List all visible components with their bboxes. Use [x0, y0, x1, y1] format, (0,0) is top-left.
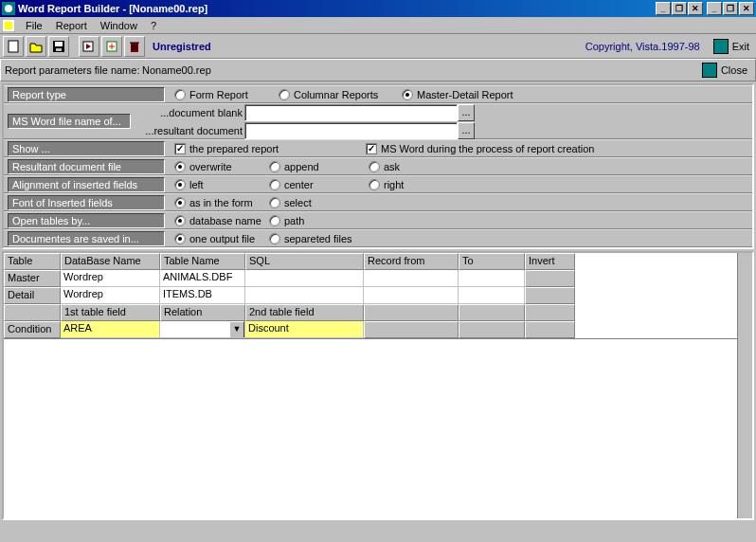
radio-right[interactable]: right — [369, 179, 404, 190]
svg-rect-3 — [5, 22, 12, 29]
font-label: Font of Inserted fields — [8, 195, 165, 210]
svg-rect-4 — [9, 41, 18, 52]
chevron-down-icon[interactable]: ▼ — [229, 321, 244, 338]
row-resultant: Resultant document file overwrite append… — [4, 157, 752, 175]
toolbar: Unregistred Copyright, Vista.1997-98 Exi… — [0, 34, 756, 59]
docsave-label: Documentes are saved in... — [8, 231, 165, 246]
svg-rect-7 — [56, 48, 62, 51]
col-to: To — [459, 253, 525, 270]
menu-window[interactable]: Window — [94, 19, 144, 32]
row-show: Show ... ✓the prepared report ✓MS Word d… — [4, 139, 752, 157]
close-icon — [702, 63, 717, 78]
new-button[interactable] — [3, 36, 24, 57]
doc-blank-input[interactable] — [244, 104, 458, 121]
export-button[interactable] — [101, 36, 122, 57]
radio-ask[interactable]: ask — [369, 161, 400, 172]
radio-columnar[interactable]: Columnar Reports — [279, 89, 402, 100]
radio-master-detail[interactable]: Master-Detail Report — [402, 89, 513, 100]
exit-icon — [713, 39, 729, 54]
grid-header2-row: 1st table field Relation 2nd table field — [4, 304, 737, 321]
save-button[interactable] — [48, 36, 69, 57]
col-table: Table — [4, 253, 61, 270]
check-msword[interactable]: ✓MS Word during the process of report cr… — [366, 143, 594, 154]
row-font: Font of Inserted fields as in the form s… — [4, 193, 752, 211]
mdi-close-button[interactable]: ✕ — [688, 2, 703, 15]
minimize-button[interactable]: _ — [707, 2, 722, 15]
show-label: Show ... — [8, 141, 165, 156]
row-docsave: Documentes are saved in... one output fi… — [4, 229, 752, 247]
doc-blank-browse[interactable]: ... — [458, 104, 475, 121]
radio-select[interactable]: select — [269, 197, 312, 208]
row-word-file: MS Word file name of... ...document blan… — [4, 103, 752, 139]
close-button[interactable]: ✕ — [739, 2, 754, 15]
resultant-label: Resultant document file — [8, 159, 165, 174]
col-sql: SQL — [245, 253, 364, 270]
mdi-minimize-button[interactable]: _ — [656, 2, 671, 15]
doc-result-input[interactable] — [244, 122, 458, 139]
radio-append[interactable]: append — [269, 161, 369, 172]
form-zone: Report type Form Report Columnar Reports… — [2, 83, 754, 249]
params-value: Noname00.rep — [142, 64, 211, 76]
restore-button[interactable]: ❐ — [723, 2, 738, 15]
svg-rect-6 — [55, 42, 63, 46]
radio-path[interactable]: path — [269, 215, 304, 226]
grid-empty-area — [4, 338, 737, 518]
menu-file[interactable]: File — [19, 19, 49, 32]
menu-help[interactable]: ? — [144, 19, 163, 32]
mdi-restore-button[interactable]: ❐ — [672, 2, 687, 15]
alignment-label: Alignment of inserted fields — [8, 177, 165, 192]
col-invert: Invert — [525, 253, 575, 270]
open-label: Open tables by... — [8, 213, 165, 228]
radio-asin[interactable]: as in the form — [174, 197, 269, 208]
radio-form-report[interactable]: Form Report — [174, 89, 279, 100]
app-icon — [2, 2, 15, 15]
menubar: File Report Window ? — [0, 17, 756, 34]
grid-master-row[interactable]: Master Wordrep ANIMALS.DBF — [4, 270, 737, 287]
exit-button[interactable]: Exit — [710, 39, 753, 54]
outer-titlebar: Word Report Builder - [Noname00.rep] _ ❐… — [0, 0, 756, 17]
relation-dropdown[interactable]: ▼ = < <= > >= <> — [160, 321, 245, 338]
copyright-label: Copyright, Vista.1997-98 — [585, 41, 700, 52]
menu-report[interactable]: Report — [49, 19, 94, 32]
mdi-window-controls: _ ❐ ✕ — [656, 2, 703, 15]
grid: Table DataBase Name Table Name SQL Recor… — [2, 251, 754, 520]
word-file-label: MS Word file name of... — [8, 114, 131, 129]
col-recfrom: Record from — [364, 253, 459, 270]
svg-point-1 — [5, 5, 12, 12]
radio-center[interactable]: center — [269, 179, 369, 190]
status-label: Unregistred — [153, 41, 211, 52]
close-label: Close — [721, 64, 747, 76]
row-open: Open tables by... database name path — [4, 211, 752, 229]
radio-overwrite[interactable]: overwrite — [174, 161, 269, 172]
check-prepared[interactable]: ✓the prepared report — [174, 143, 366, 154]
open-button[interactable] — [26, 36, 46, 57]
row-report-type: Report type Form Report Columnar Reports… — [4, 85, 752, 103]
window-title: Word Report Builder - [Noname00.rep] — [18, 3, 207, 14]
radio-left[interactable]: left — [174, 179, 269, 190]
grid-header-row: Table DataBase Name Table Name SQL Recor… — [4, 253, 737, 270]
doc-result-label: ...resultant document — [131, 125, 244, 136]
grid-condition-row[interactable]: Condition AREA ▼ = < <= > >= <> Discount — [4, 321, 737, 338]
doc-result-browse[interactable]: ... — [458, 122, 475, 139]
grid-vscroll[interactable] — [737, 253, 752, 518]
row-alignment: Alignment of inserted fields left center… — [4, 175, 752, 193]
col-dbname: DataBase Name — [61, 253, 160, 270]
radio-sep[interactable]: separeted files — [269, 233, 352, 244]
report-type-label: Report type — [8, 87, 165, 102]
params-label: Report parameters file name: — [5, 64, 142, 76]
col-tname: Table Name — [160, 253, 245, 270]
grid-detail-row[interactable]: Detail Wordrep ITEMS.DB — [4, 287, 737, 304]
window-controls: _ ❐ ✕ — [707, 2, 754, 15]
run-button[interactable] — [79, 36, 99, 57]
params-panel: Report parameters file name: Noname00.re… — [0, 59, 756, 81]
close-panel-button[interactable]: Close — [698, 63, 751, 78]
delete-button[interactable] — [124, 36, 145, 57]
exit-label: Exit — [732, 41, 749, 52]
mdi-icon[interactable] — [2, 19, 15, 32]
radio-one[interactable]: one output file — [174, 233, 269, 244]
doc-blank-label: ...document blank — [131, 107, 244, 118]
radio-dbname[interactable]: database name — [174, 215, 269, 226]
